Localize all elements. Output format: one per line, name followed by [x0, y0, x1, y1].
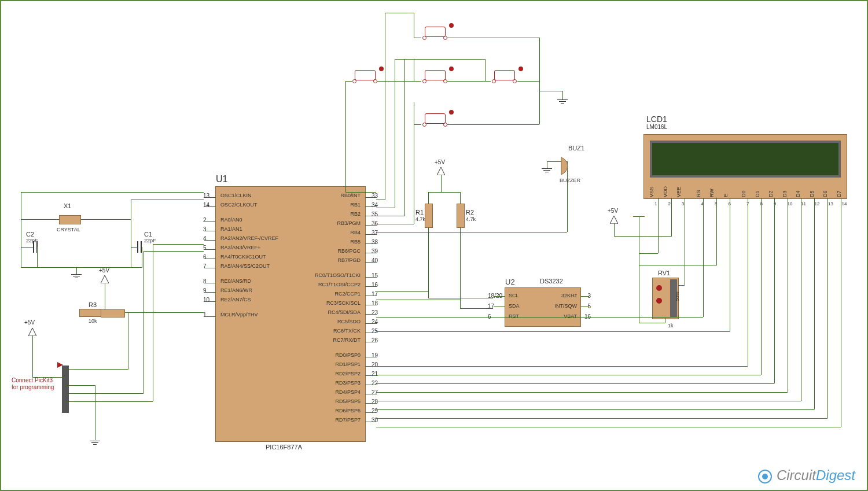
vcc-arrow-icon	[610, 216, 618, 224]
wire	[428, 192, 460, 193]
wire	[428, 192, 429, 204]
v5-label: +5V	[99, 267, 109, 274]
resistor-r3	[79, 309, 101, 317]
wire	[376, 317, 703, 318]
resistor-r3	[101, 309, 125, 318]
wire	[414, 102, 414, 124]
buz1-val: BUZZER	[560, 178, 580, 183]
wire	[414, 59, 414, 81]
wire	[69, 369, 128, 370]
wire	[639, 216, 639, 323]
wire	[539, 91, 562, 91]
wire	[376, 300, 460, 300]
v5-label: +5V	[435, 159, 445, 165]
wire	[376, 383, 774, 384]
wire	[376, 232, 567, 232]
wire	[376, 392, 788, 393]
wire	[814, 198, 815, 409]
wire	[671, 198, 672, 236]
r2-val: 4.7k	[466, 216, 476, 222]
wire	[105, 283, 105, 312]
wire	[730, 198, 730, 331]
v5-label: +5V	[608, 208, 618, 214]
wire	[788, 198, 788, 392]
wire	[414, 81, 421, 82]
x1-ref: X1	[64, 202, 71, 209]
wire	[678, 285, 685, 286]
r1-val: 4.7k	[415, 216, 425, 222]
wire	[376, 427, 841, 427]
resistor-r1	[425, 204, 433, 228]
wire	[485, 81, 491, 82]
wire	[345, 81, 352, 82]
logo-text1: Circuit	[777, 467, 816, 483]
wire	[665, 318, 665, 323]
wire	[414, 124, 421, 125]
wire	[639, 253, 658, 254]
vcc-arrow-icon	[101, 275, 109, 283]
wire	[658, 198, 659, 253]
wire	[614, 236, 672, 237]
wire	[376, 291, 428, 292]
vcc-arrow-icon	[28, 328, 36, 336]
wire	[395, 59, 395, 208]
wire	[517, 81, 539, 82]
wire	[76, 267, 77, 274]
wire	[428, 298, 493, 298]
wire	[562, 91, 563, 99]
wire	[414, 124, 414, 224]
wire	[69, 401, 153, 402]
x1-val: CRYSTAL	[57, 227, 80, 232]
wire	[841, 198, 841, 427]
lcd1-part: LM016L	[646, 124, 667, 130]
wire	[703, 198, 704, 317]
wire	[345, 192, 376, 193]
wire	[447, 38, 539, 38]
wire	[547, 161, 547, 168]
wire	[376, 208, 395, 208]
r1-ref: R1	[415, 209, 424, 216]
buzzer-icon	[557, 154, 580, 178]
wire	[447, 124, 539, 125]
wire	[131, 200, 131, 267]
wire	[69, 393, 144, 394]
wire	[404, 59, 405, 216]
wire	[404, 59, 485, 60]
wire	[376, 366, 748, 367]
wire	[761, 198, 762, 375]
wire	[131, 200, 204, 200]
wire	[460, 192, 461, 204]
c2-val: 22pF	[26, 238, 38, 243]
schematic-canvas: U1 PIC16F877A 13 OSC1/CLKIN 14 OSC2/CLKO…	[0, 0, 868, 491]
r2-ref: R2	[466, 209, 474, 216]
pickit-note2: for programming	[12, 384, 54, 390]
svg-marker-1	[28, 328, 36, 336]
u2-ref: U2	[505, 278, 515, 286]
wire	[639, 265, 717, 265]
wire	[376, 200, 385, 200]
wire	[385, 13, 385, 200]
wire	[376, 224, 414, 224]
wire	[37, 247, 38, 267]
wire	[128, 312, 128, 369]
rv1-val: 1k	[668, 323, 674, 328]
wire	[639, 323, 665, 323]
logo-circuitdigest: CircuitDigest	[757, 467, 855, 484]
wire	[716, 198, 717, 265]
rv1-wiper: 50%	[675, 291, 680, 301]
wire	[460, 228, 461, 309]
logo-icon	[757, 469, 773, 484]
pickit-note1: Connect PicKit3	[12, 377, 53, 383]
wire	[827, 198, 828, 418]
wire	[441, 175, 442, 192]
wire	[81, 219, 131, 220]
wire	[142, 247, 142, 267]
wire	[21, 219, 59, 220]
svg-marker-3	[437, 167, 445, 175]
wire	[428, 291, 429, 298]
r3-val: 10k	[89, 318, 97, 324]
logo-text2: Digest	[816, 467, 855, 483]
lcd-lcd1: VSS 1VDD 2VEE 3RS 4RW 5E 6D0 7D1 8D2 9D3…	[643, 134, 847, 199]
wire	[685, 198, 685, 285]
wire	[376, 409, 814, 410]
